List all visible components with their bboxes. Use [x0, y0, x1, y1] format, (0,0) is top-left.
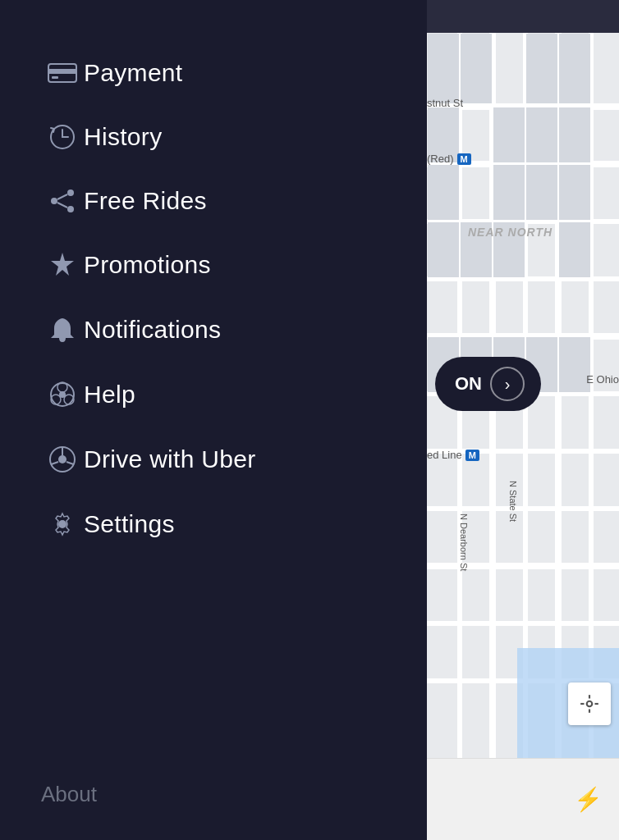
- svg-rect-25: [559, 107, 590, 162]
- location-button[interactable]: [568, 682, 611, 725]
- sidebar-item-help-label: Help: [84, 381, 135, 409]
- svg-rect-46: [52, 76, 58, 79]
- sidebar-item-payment[interactable]: Payment: [0, 41, 427, 105]
- svg-point-49: [51, 198, 57, 204]
- bottom-strip: ⚡: [427, 758, 619, 840]
- sidebar-item-drive[interactable]: Drive with Uber: [0, 427, 427, 492]
- sidebar-item-drive-label: Drive with Uber: [84, 445, 256, 473]
- sidebar-footer: About: [0, 757, 427, 840]
- sidebar-item-notifications[interactable]: Notifications: [0, 297, 427, 363]
- bell-icon: [41, 315, 84, 345]
- svg-line-62: [52, 462, 59, 464]
- svg-line-63: [66, 462, 74, 464]
- svg-point-50: [67, 206, 74, 212]
- svg-point-64: [58, 520, 66, 528]
- location-icon: [579, 693, 600, 714]
- map-label-dearborn: N Dearborn St: [459, 514, 469, 571]
- svg-rect-28: [526, 165, 557, 220]
- history-icon: [41, 123, 84, 151]
- map-label-chestnut: stnut St: [427, 97, 463, 109]
- svg-point-60: [58, 455, 66, 463]
- sidebar-item-history-label: History: [84, 123, 162, 151]
- svg-rect-20: [526, 34, 557, 103]
- share-icon: [41, 187, 84, 215]
- sidebar-item-promotions-label: Promotions: [84, 251, 211, 279]
- svg-rect-33: [559, 222, 590, 277]
- help-icon: [41, 381, 84, 409]
- badge-icon: [41, 251, 84, 279]
- sidebar-item-notifications-label: Notifications: [84, 316, 221, 344]
- sidebar-menu: Payment History: [0, 0, 427, 840]
- svg-line-51: [57, 194, 67, 199]
- sidebar-item-promotions[interactable]: Promotions: [0, 233, 427, 297]
- svg-rect-45: [48, 69, 76, 74]
- go-arrow-circle[interactable]: ›: [490, 367, 525, 401]
- metro-badge-m: M: [457, 153, 471, 165]
- svg-marker-53: [51, 253, 74, 276]
- sidebar-item-payment-label: Payment: [84, 59, 183, 87]
- sidebar-item-settings-label: Settings: [84, 510, 175, 538]
- go-button[interactable]: ON ›: [435, 357, 541, 411]
- bolt-icon: ⚡: [574, 786, 603, 813]
- sidebar-item-history[interactable]: History: [0, 105, 427, 169]
- svg-rect-23: [493, 107, 525, 162]
- svg-point-58: [59, 391, 66, 398]
- metro-badge-m2: M: [465, 450, 479, 461]
- top-bar: [427, 0, 619, 33]
- svg-rect-26: [428, 165, 459, 220]
- svg-rect-29: [559, 165, 590, 220]
- svg-point-48: [67, 189, 74, 196]
- svg-line-52: [57, 203, 67, 208]
- svg-rect-24: [526, 107, 557, 162]
- go-button-label: ON: [455, 373, 482, 395]
- map-label-near-north: NEAR NORTH: [468, 226, 553, 239]
- sidebar-item-free-rides[interactable]: Free Rides: [0, 169, 427, 233]
- chevron-right-icon: ›: [505, 375, 511, 394]
- sidebar-item-free-rides-label: Free Rides: [84, 187, 207, 215]
- gear-icon: [41, 510, 84, 538]
- svg-rect-30: [428, 222, 459, 277]
- sidebar-item-help[interactable]: Help: [0, 363, 427, 427]
- about-label[interactable]: About: [41, 782, 97, 806]
- credit-card-icon: [41, 62, 84, 84]
- map-label-red: (Red) M: [427, 153, 471, 165]
- svg-point-39: [587, 701, 593, 707]
- svg-rect-21: [559, 34, 590, 103]
- menu-items-list: Payment History: [0, 33, 427, 757]
- svg-rect-19: [461, 34, 492, 103]
- svg-rect-18: [428, 34, 459, 103]
- map-label-e-ohio: E Ohio: [586, 373, 619, 386]
- svg-rect-27: [493, 165, 525, 220]
- sidebar-item-settings[interactable]: Settings: [0, 492, 427, 556]
- map-label-red-line: ed Line M: [427, 449, 479, 461]
- map-label-n-state: N State St: [508, 481, 518, 522]
- steering-icon: [41, 445, 84, 474]
